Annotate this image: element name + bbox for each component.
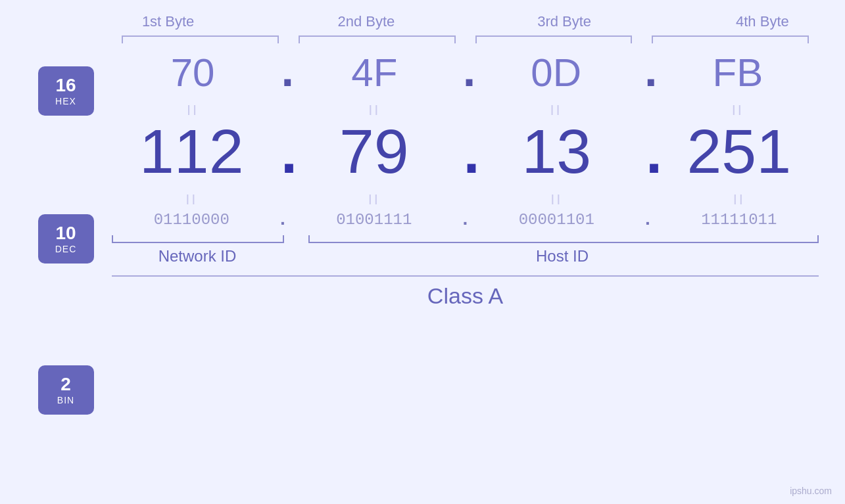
bin-dot-3: . [637,210,660,230]
byte-headers: 1st Byte 2nd Byte 3rd Byte 4th Byte [69,13,845,35]
hex-badge-number: 16 [55,76,76,96]
hex-dot-2: . [456,51,475,97]
dec-dot-1: . [272,127,295,187]
hex-val-4: FB [657,50,819,95]
byte1-header: 1st Byte [69,13,267,35]
byte3-header: 3rd Byte [466,13,664,35]
bin-val-2: 01001111 [295,211,454,229]
hex-val-3: 0D [475,50,637,95]
bracket-byte1 [122,35,279,43]
dec-badge-label: DEC [55,244,77,254]
hex-badge: 16 HEX [38,66,94,116]
hex-dot-3: . [637,51,657,97]
eq7: II [477,191,637,208]
bin-row: 01110000 . 01001111 . 00001101 . 1111101… [112,210,819,230]
bin-badge: 2 BIN [38,365,94,415]
watermark: ipshu.com [790,486,832,496]
byte2-header: 2nd Byte [267,13,465,35]
hex-val-1: 70 [112,50,274,95]
network-bracket [112,235,284,243]
dec-badge-number: 10 [55,223,76,244]
bin-val-1: 01110000 [112,211,272,229]
network-id-label: Network ID [112,247,283,265]
bin-val-4: 11111011 [660,211,819,229]
dec-val-2: 79 [295,120,454,183]
hex-dot-1: . [274,51,293,97]
bin-dot-1: . [272,210,295,230]
eq6: II [295,191,454,208]
content-area: 16 HEX 10 DEC 2 BIN 70 . 4F [26,50,819,415]
bracket-byte3 [475,35,633,43]
dec-dot-2: . [454,127,477,187]
bin-dot-2: . [454,210,477,230]
dec-row: 112 . 79 . 13 . 251 [112,120,819,190]
dec-val-3: 13 [477,120,637,183]
bin-val-3: 00001101 [477,211,637,229]
bin-badge-number: 2 [60,375,71,395]
dec-badge: 10 DEC [38,214,94,263]
host-bracket [308,235,819,243]
class-bracket [112,275,819,277]
base-badges: 16 HEX 10 DEC 2 BIN [26,50,105,415]
class-label: Class A [112,283,819,309]
bin-badge-label: BIN [57,395,74,405]
equals-dec-bin: II II II II [112,191,819,208]
values-area: 70 . 4F . 0D . FB II II II II 112 [112,50,819,309]
bracket-byte2 [299,35,456,43]
main-container: 1st Byte 2nd Byte 3rd Byte 4th Byte 16 H… [0,0,845,504]
id-labels: Network ID Host ID [112,247,819,265]
dec-val-1: 112 [112,120,272,183]
hex-val-2: 4F [293,50,455,95]
bottom-brackets [112,235,819,243]
dec-val-4: 251 [660,120,819,183]
host-id-label: Host ID [306,247,819,265]
byte4-header: 4th Byte [664,13,845,35]
dec-dot-3: . [637,127,660,187]
eq5: II [112,191,272,208]
hex-badge-label: HEX [55,96,76,106]
hex-row: 70 . 4F . 0D . FB [112,50,819,101]
eq8: II [660,191,819,208]
bracket-byte4 [652,35,809,43]
